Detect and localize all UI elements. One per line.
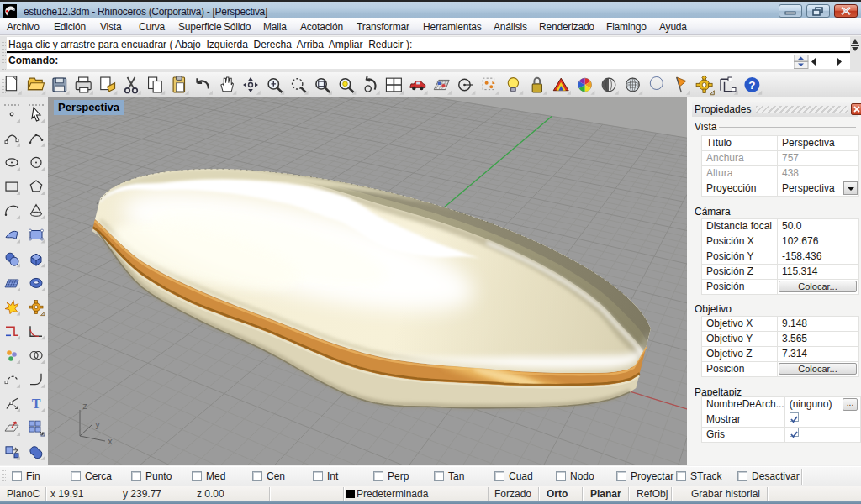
svg-text:?: ?: [748, 79, 755, 92]
svg-text:z: z: [82, 402, 87, 412]
svg-text:x: x: [108, 438, 113, 447]
svg-text:y: y: [95, 421, 100, 430]
svg-text:T: T: [32, 396, 41, 411]
